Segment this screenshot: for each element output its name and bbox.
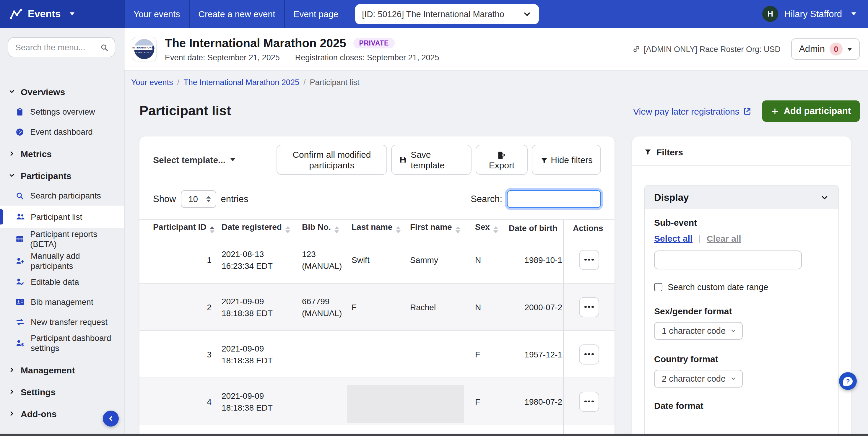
table-header-row: Participant ID Date registered Bib No. L…: [140, 219, 615, 236]
pay-later-link[interactable]: View pay later registrations: [633, 106, 752, 116]
filters-header: Filters: [632, 136, 851, 166]
sidebar-collapse-button[interactable]: [103, 411, 119, 427]
sidebar-search-input[interactable]: [16, 42, 100, 52]
event-selector-value: [ID: 50126] The International Maratho: [362, 9, 517, 19]
event-date: Event date: September 21, 2025: [165, 53, 280, 62]
sidebar-item-search-participants[interactable]: Search participants: [0, 186, 124, 206]
col-sex[interactable]: Sex: [475, 219, 509, 236]
link-icon: [632, 45, 640, 53]
events-logo-icon: [9, 7, 23, 20]
table-search-input[interactable]: [507, 190, 601, 208]
save-template-button[interactable]: Save template: [391, 145, 471, 175]
breadcrumb-your-events[interactable]: Your events: [131, 78, 173, 87]
save-icon: [399, 155, 407, 164]
sidebar-section-metrics[interactable]: Metrics: [0, 144, 124, 164]
chevron-down-icon: [8, 88, 16, 95]
sidebar-item-dashboard-settings[interactable]: Participant dashboard settings: [0, 332, 124, 354]
sidebar-item-settings-overview[interactable]: Settings overview: [0, 102, 124, 122]
country-format-select[interactable]: 2 character code: [654, 370, 743, 387]
row-actions-button[interactable]: [579, 297, 599, 317]
search-icon: [16, 191, 24, 200]
org-link[interactable]: [ADMIN ONLY] Race Roster Org: USD: [632, 44, 780, 54]
sidebar-item-participant-reports[interactable]: Participant reports (BETA): [0, 228, 124, 250]
sidebar-section-settings[interactable]: Settings: [0, 382, 124, 402]
sidebar-item-event-dashboard[interactable]: Event dashboard: [0, 122, 124, 142]
redacted-block: [347, 385, 464, 423]
chevron-down-icon: [730, 327, 736, 334]
cell-date-registered: 2021-09-0918:18:38 EDT: [222, 331, 302, 378]
participant-table-card: Select template... Confirm all modified …: [140, 136, 615, 436]
nav-item-create-event[interactable]: Create a new event: [189, 0, 284, 28]
sub-event-label: Sub-event: [654, 217, 829, 227]
brand-menu[interactable]: Events: [0, 0, 124, 28]
display-accordion-header[interactable]: Display: [645, 186, 838, 209]
sidebar-item-editable-data[interactable]: Editable data: [0, 272, 124, 292]
chevron-down-icon: [522, 9, 531, 19]
avatar: H: [762, 6, 778, 22]
plus-icon: [771, 107, 779, 115]
nav-item-event-page[interactable]: Event page: [284, 0, 347, 28]
export-button[interactable]: Export: [476, 145, 528, 175]
sidebar-item-manually-add[interactable]: Manually add participants: [0, 250, 124, 272]
table-row: 4 2021-09-0918:18:38 EDT F 1980-07-2: [140, 378, 615, 425]
sub-event-input[interactable]: [654, 250, 802, 270]
cell-last-name: F: [351, 283, 410, 331]
confirm-modified-button[interactable]: Confirm all modified participants: [277, 145, 387, 175]
user-caret-icon: [851, 12, 856, 15]
sidebar-search[interactable]: [8, 37, 115, 57]
event-selector[interactable]: [ID: 50126] The International Maratho: [355, 4, 538, 24]
page-size-select[interactable]: 10: [181, 190, 216, 208]
breadcrumb-event[interactable]: The International Marathon 2025: [183, 78, 299, 87]
col-first-name[interactable]: First name: [410, 219, 475, 236]
horizontal-scrollbar[interactable]: [0, 434, 868, 436]
export-icon: [497, 151, 506, 159]
admin-dropdown-button[interactable]: Admin 0: [791, 38, 860, 60]
row-actions-button[interactable]: [579, 392, 599, 411]
table-row: 3 2021-09-0918:18:38 EDT F 1957-12-1: [140, 331, 615, 378]
select-all-link[interactable]: Select all: [654, 233, 692, 243]
cell-sex: F: [475, 331, 509, 378]
template-caret-icon: [230, 158, 235, 161]
sidebar-section-overviews[interactable]: Overviews: [0, 82, 124, 102]
external-link-icon: [743, 106, 752, 116]
sidebar-section-management[interactable]: Management: [0, 360, 124, 380]
col-date-registered[interactable]: Date registered: [222, 219, 302, 236]
sidebar-item-bib-management[interactable]: Bib management: [0, 292, 124, 312]
col-participant-id[interactable]: Participant ID: [140, 219, 222, 236]
col-date-of-birth[interactable]: Date of birth: [509, 219, 563, 236]
help-button[interactable]: ?: [839, 372, 857, 390]
add-participant-button[interactable]: Add participant: [763, 100, 860, 122]
sidebar-item-new-transfer[interactable]: New transfer request: [0, 312, 124, 332]
display-accordion-body: Sub-event Select all | Clear all Search …: [645, 209, 838, 436]
col-last-name[interactable]: Last name: [351, 219, 410, 236]
breadcrumb: Your events / The International Marathon…: [131, 78, 360, 87]
page-title: Participant list: [140, 103, 231, 119]
row-actions-button[interactable]: [579, 344, 599, 364]
clear-all-link[interactable]: Clear all: [707, 233, 741, 243]
select-template-dropdown[interactable]: Select template...: [153, 155, 235, 165]
search-icon: [100, 43, 109, 52]
user-plus-icon: [16, 256, 25, 266]
sidebar-section-participants[interactable]: Participants: [0, 165, 124, 186]
chevron-left-icon: [107, 415, 115, 423]
custom-date-range-checkbox[interactable]: [654, 283, 662, 291]
cell-last-name: Swift: [351, 236, 410, 283]
user-pen-icon: [16, 277, 25, 286]
row-actions-button[interactable]: [579, 250, 599, 270]
cell-bib: 667799(MANUAL): [302, 283, 351, 331]
cell-dob: 2000-07-2: [509, 283, 563, 331]
sex-format-select[interactable]: 1 character code: [654, 322, 743, 340]
chevron-down-icon: [820, 193, 829, 202]
cell-participant-id: 1: [140, 236, 222, 283]
hide-filters-button[interactable]: Hide filters: [532, 145, 601, 175]
col-bib-no[interactable]: Bib No.: [302, 219, 351, 236]
nav-item-your-events[interactable]: Your events: [124, 0, 189, 28]
user-menu[interactable]: H Hilary Stafford: [762, 6, 868, 22]
registration-closes: Registration closes: September 21, 2025: [295, 53, 439, 62]
cell-date-registered: 2021-09-0918:18:38 EDT: [222, 378, 302, 425]
table-row: 2 2021-09-0918:18:38 EDT 667799(MANUAL) …: [140, 283, 615, 331]
cell-sex: N: [475, 283, 509, 331]
sidebar-item-participant-list[interactable]: Participant list: [0, 206, 124, 228]
cell-actions: [563, 283, 615, 331]
sort-icon: [285, 226, 290, 233]
